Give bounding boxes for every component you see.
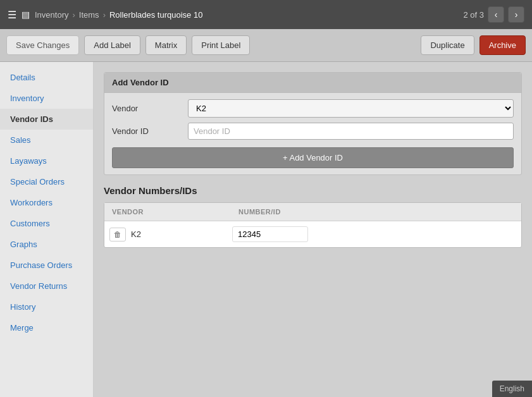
print-label-button[interactable]: Print Label (192, 35, 250, 55)
vendor-name-cell: K2 (131, 229, 232, 239)
sidebar-item-graphs[interactable]: Graphs (0, 234, 93, 255)
hamburger-icon[interactable]: ☰ (8, 9, 16, 21)
next-button[interactable]: › (508, 6, 524, 23)
prev-button[interactable]: ‹ (488, 6, 504, 23)
add-vendor-panel-body: Vendor K2 Other Vendor Vendor ID + Add V… (104, 93, 521, 174)
sidebar-item-layaways[interactable]: Layaways (0, 150, 93, 171)
vendor-table-header: VENDOR NUMBER/ID (104, 203, 521, 221)
add-vendor-id-button[interactable]: + Add Vendor ID (112, 147, 514, 168)
sidebar-item-inventory[interactable]: Inventory (0, 88, 93, 109)
sidebar-item-vendor-returns[interactable]: Vendor Returns (0, 276, 93, 296)
vendor-select[interactable]: K2 Other Vendor (188, 99, 514, 118)
sidebar-item-history[interactable]: History (0, 296, 93, 317)
vendor-numbers-section: Vendor Numbers/IDs VENDOR NUMBER/ID 🗑 K2 (104, 185, 522, 248)
sidebar-item-purchase-orders[interactable]: Purchase Orders (0, 255, 93, 276)
sidebar-item-details[interactable]: Details (0, 67, 93, 88)
sidebar-item-sales[interactable]: Sales (0, 130, 93, 150)
vendor-id-input[interactable] (188, 123, 514, 140)
toolbar: Save Changes Add Label Matrix Print Labe… (0, 29, 532, 62)
col-number-header: NUMBER/ID (231, 203, 521, 221)
vendor-numbers-title: Vendor Numbers/IDs (104, 185, 522, 196)
nav-counter: 2 of 3 (463, 10, 484, 20)
add-label-button[interactable]: Add Label (84, 35, 140, 55)
sidebar-item-workorders[interactable]: Workorders (0, 192, 93, 213)
breadcrumb-items[interactable]: Items (79, 10, 99, 20)
matrix-button[interactable]: Matrix (145, 35, 187, 55)
sidebar-item-special-orders[interactable]: Special Orders (0, 171, 93, 192)
layout: Details Inventory Vendor IDs Sales Layaw… (0, 62, 532, 397)
col-vendor-header: VENDOR (104, 203, 231, 221)
table-row: 🗑 K2 (104, 221, 521, 247)
sidebar-item-vendor-ids[interactable]: Vendor IDs (0, 109, 93, 130)
vendor-id-label: Vendor ID (112, 126, 188, 136)
sidebar: Details Inventory Vendor IDs Sales Layaw… (0, 62, 94, 397)
vendor-row: Vendor K2 Other Vendor (112, 99, 514, 118)
page-icon: ▤ (22, 9, 30, 20)
breadcrumb: Inventory › Items › Rollerblades turquoi… (35, 10, 202, 20)
sidebar-item-customers[interactable]: Customers (0, 213, 93, 234)
language-selector[interactable]: English (492, 381, 532, 397)
main-content: Add Vendor ID Vendor K2 Other Vendor Ven… (94, 62, 532, 397)
save-changes-button[interactable]: Save Changes (6, 35, 79, 55)
top-bar: ☰ ▤ Inventory › Items › Rollerblades tur… (0, 0, 532, 29)
vendor-table: VENDOR NUMBER/ID 🗑 K2 (104, 202, 522, 248)
breadcrumb-inventory[interactable]: Inventory (35, 10, 68, 20)
add-vendor-panel-title: Add Vendor ID (104, 73, 521, 93)
vendor-id-row: Vendor ID (112, 123, 514, 140)
add-vendor-panel: Add Vendor ID Vendor K2 Other Vendor Ven… (104, 72, 522, 175)
vendor-number-input[interactable] (232, 226, 308, 242)
vendor-label: Vendor (112, 104, 188, 113)
nav-controls: 2 of 3 ‹ › (463, 6, 524, 23)
archive-button[interactable]: Archive (479, 35, 526, 55)
breadcrumb-current: Rollerblades turquoise 10 (109, 10, 202, 20)
delete-vendor-button[interactable]: 🗑 (109, 228, 126, 241)
duplicate-button[interactable]: Duplicate (421, 35, 474, 55)
sidebar-item-merge[interactable]: Merge (0, 317, 93, 338)
